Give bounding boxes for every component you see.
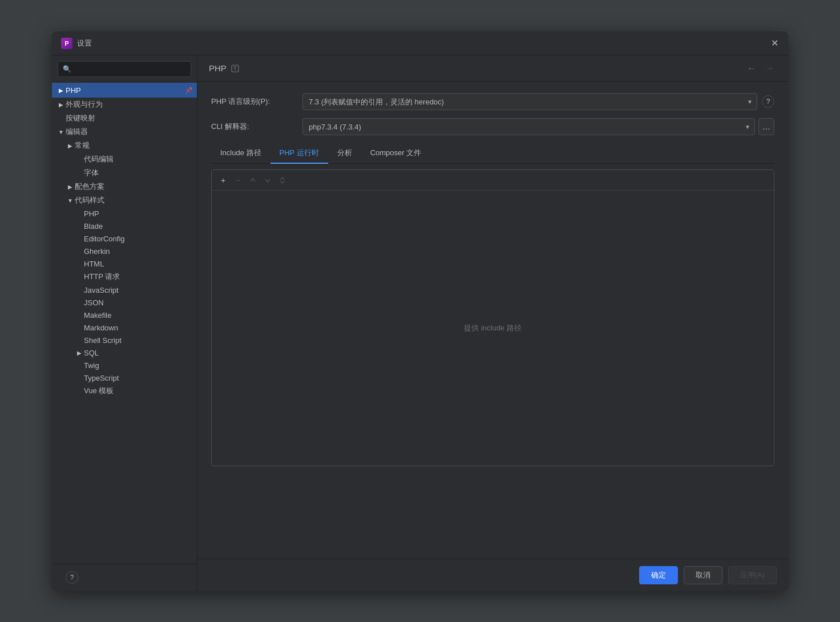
tab-composer[interactable]: Composer 文件 <box>361 143 431 164</box>
sidebar-item-label: HTML <box>84 260 197 268</box>
title-bar: P 设置 ✕ <box>52 31 788 55</box>
move-down-button[interactable] <box>261 173 274 187</box>
arrow-up-icon <box>249 176 257 184</box>
sidebar-item-markdown[interactable]: Markdown <box>52 321 197 334</box>
app-logo: P <box>61 38 72 49</box>
spacer <box>75 247 84 256</box>
sidebar-item-makefile[interactable]: Makefile <box>52 309 197 321</box>
tab-runtime[interactable]: PHP 运行时 <box>270 143 328 164</box>
apply-button[interactable]: 应用(A) <box>728 566 777 584</box>
pin-icon <box>231 64 239 72</box>
spacer <box>75 298 84 307</box>
spacer <box>75 386 84 395</box>
sidebar-item-keymap[interactable]: 按键映射 <box>52 111 197 125</box>
cli-row: CLI 解释器: php7.3.4 (7.3.4) ▼ … <box>211 118 774 135</box>
sidebar-item-label: JSON <box>84 298 197 307</box>
php-level-help-button[interactable]: ? <box>762 95 774 108</box>
nav-arrows: ← → <box>745 62 777 75</box>
sidebar-item-colorscheme[interactable]: ▶ 配色方案 <box>52 180 197 193</box>
sidebar-item-shellscript[interactable]: Shell Script <box>52 334 197 346</box>
spacer <box>75 221 84 231</box>
close-button[interactable]: ✕ <box>770 39 779 48</box>
tab-body: 提供 include 路径 <box>212 191 774 466</box>
sidebar-item-label: PHP <box>84 209 197 218</box>
sidebar-item-label: 代码编辑 <box>84 154 197 164</box>
spacer <box>56 114 66 123</box>
sidebar-item-label: Shell Script <box>84 336 197 345</box>
chevron-right-icon: ▶ <box>75 348 84 357</box>
remove-button[interactable]: − <box>231 173 245 187</box>
sidebar-item-label: 按键映射 <box>66 113 197 123</box>
sidebar-item-editor[interactable]: ▼ 编辑器 <box>52 125 197 139</box>
sidebar-item-label: JavaScript <box>84 286 197 294</box>
sidebar-item-label: TypeScript <box>84 374 197 382</box>
chevron-down-icon: ▼ <box>56 127 66 136</box>
dialog-body: 🔍 ▶ PHP 📌 ▶ 外观与行为 按键映射 <box>52 55 788 591</box>
move-up-button[interactable] <box>246 173 260 187</box>
tabs: Include 路径 PHP 运行时 分析 Composer 文件 <box>211 143 774 164</box>
cli-label: CLI 解释器: <box>211 122 302 132</box>
sidebar-item-label: SQL <box>84 349 197 357</box>
chevron-right-icon: ▶ <box>66 141 75 150</box>
cli-select-wrapper: php7.3.4 (7.3.4) ▼ <box>302 118 755 135</box>
sidebar-item-label: Blade <box>84 222 197 231</box>
sidebar-item-httprequest[interactable]: HTTP 请求 <box>52 270 197 284</box>
sidebar-item-twig[interactable]: Twig <box>52 359 197 371</box>
tab-analysis[interactable]: 分析 <box>328 143 361 164</box>
cancel-button[interactable]: 取消 <box>684 566 722 584</box>
sidebar-item-label: PHP <box>66 86 183 95</box>
spacer <box>75 373 84 382</box>
sidebar-item-label: Vue 模板 <box>84 386 197 396</box>
nav-forward-button[interactable]: → <box>763 62 777 75</box>
sidebar-item-label: 外观与行为 <box>66 99 197 110</box>
sidebar-item-json[interactable]: JSON <box>52 296 197 309</box>
cli-select[interactable]: php7.3.4 (7.3.4) <box>302 118 755 135</box>
sidebar-item-typescript[interactable]: TypeScript <box>52 371 197 384</box>
spacer <box>75 168 84 177</box>
dialog-title: 设置 <box>77 38 92 49</box>
tab-include[interactable]: Include 路径 <box>211 143 270 164</box>
sort-icon <box>278 176 286 184</box>
spacer <box>75 272 84 281</box>
ok-button[interactable]: 确定 <box>639 566 678 584</box>
add-button[interactable]: + <box>216 173 230 187</box>
main-title: PHP <box>209 63 239 73</box>
chevron-right-icon: ▶ <box>56 100 66 109</box>
sidebar-item-php-style[interactable]: PHP <box>52 207 197 220</box>
spacer <box>75 361 84 370</box>
sidebar-item-label: Twig <box>84 361 197 370</box>
sidebar-item-javascript[interactable]: JavaScript <box>52 284 197 296</box>
sidebar-item-codestyle[interactable]: ▼ 代码样式 <box>52 193 197 207</box>
cli-more-button[interactable]: … <box>758 118 774 135</box>
sidebar-item-vuetemplate[interactable]: Vue 模板 <box>52 384 197 398</box>
sidebar-item-sql[interactable]: ▶ SQL <box>52 346 197 359</box>
nav-back-button[interactable]: ← <box>745 62 758 75</box>
sidebar-item-codeedit[interactable]: 代码编辑 <box>52 152 197 166</box>
page-title: PHP <box>209 63 227 73</box>
main-inner: PHP 语言级别(P): 7.3 (列表赋值中的引用，灵活的 heredoc) … <box>197 82 788 559</box>
sidebar-item-blade[interactable]: Blade <box>52 220 197 232</box>
php-level-select[interactable]: 7.3 (列表赋值中的引用，灵活的 heredoc) <box>302 93 757 110</box>
sidebar-item-label: Makefile <box>84 311 197 320</box>
tab-content: + − <box>211 169 774 466</box>
spacer <box>75 209 84 218</box>
help-button[interactable]: ? <box>66 571 78 584</box>
chevron-right-icon: ▶ <box>66 182 75 191</box>
sort-button[interactable] <box>276 173 289 187</box>
sidebar-item-php[interactable]: ▶ PHP 📌 <box>52 83 197 98</box>
sidebar-item-general[interactable]: ▶ 常规 <box>52 139 197 152</box>
sidebar-item-label: 字体 <box>84 168 197 178</box>
sidebar-item-html[interactable]: HTML <box>52 257 197 270</box>
chevron-down-icon: ▼ <box>66 196 75 205</box>
sidebar-item-editorconfig[interactable]: EditorConfig <box>52 232 197 245</box>
sidebar-item-appearance[interactable]: ▶ 外观与行为 <box>52 98 197 111</box>
search-box[interactable]: 🔍 <box>58 61 191 77</box>
php-level-row: PHP 语言级别(P): 7.3 (列表赋值中的引用，灵活的 heredoc) … <box>211 93 774 110</box>
search-icon: 🔍 <box>63 65 71 73</box>
settings-dialog: P 设置 ✕ 🔍 ▶ PHP 📌 ▶ 外观与行为 <box>52 31 788 591</box>
sidebar-item-font[interactable]: 字体 <box>52 166 197 180</box>
sidebar-item-label: 常规 <box>75 140 197 151</box>
dialog-footer: 确定 取消 应用(A) <box>197 559 788 591</box>
spacer <box>75 234 84 243</box>
sidebar-item-gherkin[interactable]: Gherkin <box>52 245 197 257</box>
